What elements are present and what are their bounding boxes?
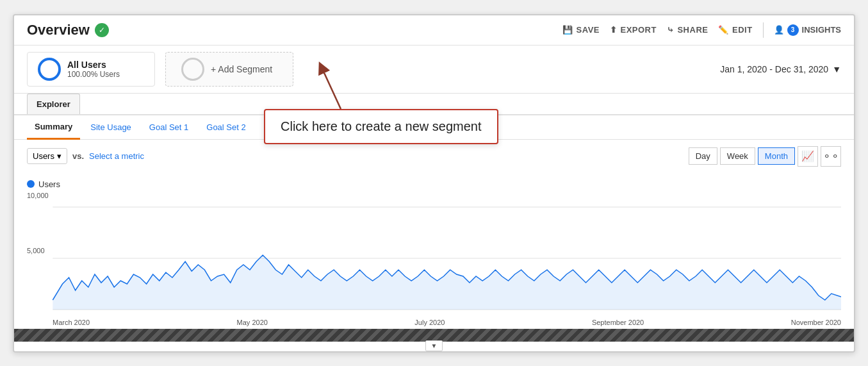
- segment-percent: 100.00% Users: [67, 70, 120, 79]
- edit-icon: ✏️: [718, 25, 729, 35]
- add-segment-label: + Add Segment: [211, 64, 272, 74]
- metric-selector: Users ▾ vs. Select a metric: [27, 148, 144, 164]
- select-metric-link[interactable]: Select a metric: [89, 151, 144, 161]
- export-icon: ⬆: [610, 25, 618, 35]
- legend-label: Users: [38, 179, 60, 189]
- tab-summary[interactable]: Summary: [27, 115, 80, 140]
- segment-info: All Users 100.00% Users: [67, 60, 120, 79]
- time-controls: Day Week Month 📈 ⚬⚬: [689, 146, 841, 167]
- y-axis-mid: 5,000: [27, 247, 45, 254]
- vs-label: vs.: [72, 151, 84, 161]
- shield-icon: ✓: [95, 23, 109, 37]
- line-chart-svg: [27, 201, 841, 316]
- page-title: Overview: [27, 22, 90, 38]
- share-button[interactable]: ⤷ SHARE: [667, 25, 708, 35]
- x-label-september: September 2020: [592, 319, 644, 326]
- down-arrow-container: ▼: [14, 340, 854, 351]
- x-label-november: November 2020: [791, 319, 841, 326]
- y-axis-max: 10,000: [27, 192, 841, 199]
- tab-site-usage[interactable]: Site Usage: [83, 116, 139, 138]
- callout-box: Click here to create a new segment: [264, 109, 498, 144]
- header-left: Overview ✓: [27, 22, 109, 38]
- chart-controls: Users ▾ vs. Select a metric Day Week Mon…: [14, 140, 854, 173]
- chart-canvas: 5,000: [27, 201, 841, 316]
- date-range-picker[interactable]: Jan 1, 2020 - Dec 31, 2020 ▼: [720, 64, 841, 74]
- bottom-bar: [14, 329, 854, 342]
- x-label-may: May 2020: [237, 319, 268, 326]
- segment-circle-icon: [38, 58, 61, 81]
- down-arrow-button[interactable]: ▼: [425, 340, 443, 351]
- scatter-chart-button[interactable]: ⚬⚬: [821, 146, 841, 167]
- line-chart-button[interactable]: 📈: [798, 146, 818, 167]
- segment-bar: All Users 100.00% Users + Add Segment Ja…: [14, 46, 854, 94]
- month-button[interactable]: Month: [758, 147, 795, 165]
- browser-frame: Overview ✓ 💾 SAVE ⬆ EXPORT ⤷ SHARE ✏️ ED…: [13, 14, 855, 353]
- callout-container: Click here to create a new segment: [264, 109, 498, 144]
- tab-goal-set-2[interactable]: Goal Set 2: [199, 116, 253, 138]
- save-button[interactable]: 💾 SAVE: [562, 25, 600, 35]
- export-button[interactable]: ⬆ EXPORT: [610, 25, 657, 35]
- date-caret-icon: ▼: [832, 64, 841, 74]
- add-segment-circle-icon: [181, 58, 204, 81]
- insights-user-icon: 👤: [774, 25, 784, 35]
- date-range-label: Jan 1, 2020 - Dec 31, 2020: [720, 64, 828, 74]
- header-actions: 💾 SAVE ⬆ EXPORT ⤷ SHARE ✏️ EDIT 👤 3 INSI…: [562, 22, 841, 38]
- x-axis: March 2020 May 2020 July 2020 September …: [27, 316, 841, 326]
- x-label-july: July 2020: [414, 319, 445, 326]
- segment-name: All Users: [67, 60, 120, 70]
- chart-area: Users 10,000 5,000 March 2020 May 2020 J…: [14, 173, 854, 326]
- edit-button[interactable]: ✏️ EDIT: [718, 25, 752, 35]
- metric-label: Users: [33, 151, 54, 161]
- page-header: Overview ✓ 💾 SAVE ⬆ EXPORT ⤷ SHARE ✏️ ED…: [14, 15, 854, 46]
- header-divider: [763, 22, 764, 38]
- metric-dropdown[interactable]: Users ▾: [27, 148, 67, 164]
- week-button[interactable]: Week: [720, 147, 755, 165]
- metric-dropdown-caret: ▾: [57, 151, 61, 161]
- svg-marker-5: [53, 255, 841, 310]
- explorer-tab[interactable]: Explorer: [27, 94, 80, 114]
- callout-text: Click here to create a new segment: [281, 119, 482, 133]
- share-icon: ⤷: [667, 25, 675, 35]
- segment-left: All Users 100.00% Users + Add Segment: [27, 52, 293, 87]
- add-segment-button[interactable]: + Add Segment: [165, 52, 293, 87]
- callout-arrow-svg: [315, 61, 366, 112]
- svg-line-1: [322, 67, 341, 109]
- legend-dot-icon: [27, 180, 35, 188]
- day-button[interactable]: Day: [689, 147, 717, 165]
- all-users-segment: All Users 100.00% Users: [27, 52, 155, 87]
- insights-button[interactable]: 👤 3 INSIGHTS: [774, 24, 841, 36]
- x-label-march: March 2020: [53, 319, 90, 326]
- tab-goal-set-1[interactable]: Goal Set 1: [142, 116, 196, 138]
- nav-section: Summary Site Usage Goal Set 1 Goal Set 2…: [14, 115, 854, 140]
- chart-legend: Users: [27, 179, 841, 189]
- save-icon: 💾: [562, 25, 573, 35]
